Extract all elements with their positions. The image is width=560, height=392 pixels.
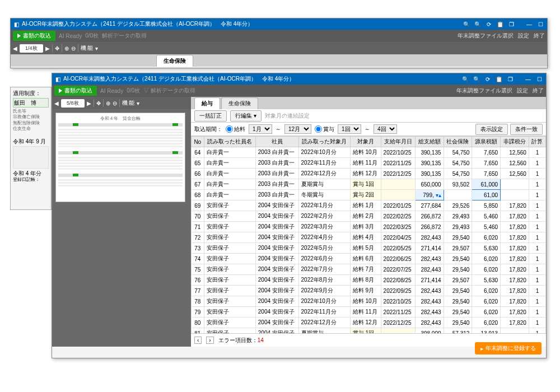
minimize-icon[interactable]: — <box>525 20 534 29</box>
clipboard-icon[interactable]: 📋 <box>494 74 503 83</box>
grid-container[interactable]: No読み取った社員名社員読み取った対象月対象月支給年月日総支給額社会保険源泉税額… <box>191 136 546 333</box>
cell[interactable]: 6,020 <box>472 254 501 264</box>
cell[interactable]: 29,540 <box>444 254 472 264</box>
cell[interactable]: 2022年10月分 <box>298 147 350 158</box>
cell[interactable]: 2022/03/25 <box>381 222 415 232</box>
cell[interactable]: 1 <box>529 296 545 307</box>
cell[interactable]: 安田保子 <box>204 296 255 307</box>
cell[interactable]: 2004 安田保子 <box>255 264 298 275</box>
cell[interactable]: 54,750 <box>444 169 472 179</box>
cell[interactable]: 2004 安田保子 <box>255 232 298 243</box>
cell[interactable]: 2004 安田保子 <box>255 211 298 222</box>
bonus-to-select[interactable]: 4回 <box>374 124 397 134</box>
fn-label[interactable]: 機 能 <box>122 99 135 107</box>
cell[interactable]: 安田保子 <box>204 286 255 296</box>
cell[interactable]: 5,850 <box>472 200 501 211</box>
cell[interactable]: 72 <box>192 232 204 243</box>
doc-thumbnail[interactable]: 令和４年 賃金台帳 <box>55 113 185 202</box>
register-yearend-button[interactable]: ▸ 年末調整に登録する <box>475 342 542 354</box>
cell[interactable]: 1 <box>529 169 545 179</box>
cell[interactable]: 1 <box>529 328 545 334</box>
cell[interactable]: 6,020 <box>472 286 501 296</box>
cell[interactable]: 2022/12/25 <box>381 318 415 328</box>
zoom-out-icon[interactable]: 🔍 <box>472 74 481 83</box>
cell[interactable] <box>501 328 529 334</box>
cell[interactable]: 2022年5月分 <box>298 243 350 254</box>
cell[interactable]: 安田保子 <box>204 254 255 264</box>
cell[interactable]: 給料 10月 <box>350 147 381 158</box>
cell[interactable]: 282,443 <box>415 318 444 328</box>
cell[interactable]: 81 <box>192 328 204 334</box>
table-row[interactable]: 69安田保子2004 安田保子2022年1月分給料 1月2022/01/2527… <box>192 200 546 211</box>
cell[interactable]: 2004 安田保子 <box>255 318 298 328</box>
page-next-icon[interactable]: ▶ <box>45 45 50 52</box>
cell[interactable]: 2022年7月分 <box>298 264 350 275</box>
cell[interactable]: 安田保子 <box>204 200 255 211</box>
cell[interactable]: 650,000 <box>415 179 444 190</box>
col-header[interactable]: No <box>192 137 204 147</box>
table-row[interactable]: 72安田保子2004 安田保子2022年4月分給料 4月2022/04/2528… <box>192 232 546 243</box>
cell[interactable]: 夏期賞与 <box>298 179 350 190</box>
cell[interactable]: 6,020 <box>472 318 501 328</box>
yearfile-button[interactable]: 年末調整ファイル選択 <box>456 87 512 95</box>
cell[interactable]: 賞与 2回 <box>350 190 381 200</box>
cell[interactable]: 1 <box>529 264 545 275</box>
table-row[interactable]: 74安田保子2004 安田保子2022年6月分給料 6月2022/06/2528… <box>192 254 546 264</box>
cell[interactable]: 2004 安田保子 <box>255 243 298 254</box>
table-row[interactable]: 70安田保子2004 安田保子2022年2月分給料 2月2022/02/2526… <box>192 211 546 222</box>
cell[interactable]: 2004 安田保子 <box>255 222 298 232</box>
cell[interactable]: 2004 安田保子 <box>255 254 298 264</box>
cell[interactable]: 1 <box>529 147 545 158</box>
table-row[interactable]: 78安田保子2004 安田保子2022年10月分給料 10月2022/10/25… <box>192 296 546 307</box>
move-icon[interactable]: ✥ <box>55 45 59 52</box>
cell[interactable]: 67 <box>192 179 204 190</box>
cell[interactable]: 2003 白井貴一 <box>255 169 298 179</box>
cell[interactable]: 白井貴一 <box>204 179 255 190</box>
cell[interactable]: 17,820 <box>501 243 529 254</box>
cell[interactable]: 17,820 <box>501 307 529 318</box>
col-header[interactable]: 支給年月日 <box>381 137 415 147</box>
cell[interactable]: 1 <box>529 158 545 169</box>
cell[interactable]: 266,872 <box>415 222 444 232</box>
cell[interactable]: 73 <box>192 243 204 254</box>
cell[interactable]: 2022年11月分 <box>298 307 350 318</box>
cell[interactable]: 2003 白井貴一 <box>255 190 298 200</box>
cell[interactable]: 2022年10月分 <box>298 296 350 307</box>
cell[interactable]: 1 <box>529 318 545 328</box>
col-header[interactable]: 社員 <box>255 137 298 147</box>
cell[interactable]: 277,684 <box>415 200 444 211</box>
bonus-from-select[interactable]: 1回 <box>338 124 361 134</box>
cell[interactable]: 2004 安田保子 <box>255 296 298 307</box>
cell[interactable]: 6,020 <box>472 232 501 243</box>
cell[interactable]: 17,820 <box>501 264 529 275</box>
month-to-select[interactable]: 12月 <box>284 124 311 134</box>
cell[interactable]: 799, ▾▴ <box>415 190 444 200</box>
cell[interactable]: 給料 7月 <box>350 264 381 275</box>
cell[interactable]: 夏期賞与 <box>298 328 350 334</box>
cell[interactable]: 2003 白井貴一 <box>255 179 298 190</box>
move-icon[interactable]: ✥ <box>96 100 101 106</box>
cell[interactable] <box>501 179 529 190</box>
zoom-in-icon[interactable]: ⊕ <box>106 100 110 106</box>
window-icon[interactable]: ❐ <box>506 74 515 83</box>
cell[interactable]: 6,020 <box>472 296 501 307</box>
cell[interactable]: 2004 安田保子 <box>255 307 298 318</box>
cell[interactable]: 1 <box>529 254 545 264</box>
cell[interactable]: 給料 11月 <box>350 307 381 318</box>
col-header[interactable]: 源泉税額 <box>472 137 501 147</box>
col-header[interactable]: 対象月 <box>350 137 381 147</box>
cell[interactable]: 390,135 <box>415 147 444 158</box>
cell[interactable]: 賞与 1回 <box>350 179 381 190</box>
cell[interactable]: 282,443 <box>415 296 444 307</box>
maximize-icon[interactable]: ☐ <box>536 20 545 29</box>
cell[interactable] <box>381 179 415 190</box>
cell[interactable]: 29,540 <box>444 318 472 328</box>
cell[interactable]: 6,020 <box>472 264 501 275</box>
cell[interactable]: 安田保子 <box>204 307 255 318</box>
maximize-icon[interactable]: ☐ <box>535 74 544 83</box>
cell[interactable]: 7,650 <box>472 158 501 169</box>
cell[interactable]: 2022年12月分 <box>298 318 350 328</box>
cell[interactable]: 給料 12月 <box>350 318 381 328</box>
cell[interactable]: 安田保子 <box>204 243 255 254</box>
cell[interactable]: 76 <box>192 275 204 286</box>
